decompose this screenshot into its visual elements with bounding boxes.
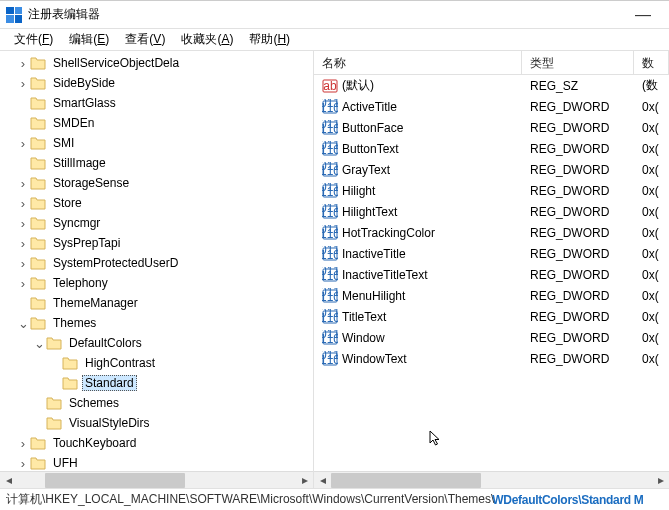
tree-node[interactable]: HighContrast xyxy=(0,353,313,373)
col-header-name[interactable]: 名称 xyxy=(314,51,522,74)
chevron-right-icon[interactable]: › xyxy=(16,136,30,150)
tree-label[interactable]: SmartGlass xyxy=(50,95,119,111)
tree-view[interactable]: ›ShellServiceObjectDela›SideBySideSmartG… xyxy=(0,51,313,471)
tree-node[interactable]: ›UFH xyxy=(0,453,313,471)
chevron-down-icon[interactable]: ⌄ xyxy=(32,336,46,350)
tree-label[interactable]: SysPrepTapi xyxy=(50,235,123,251)
tree-node[interactable]: ThemeManager xyxy=(0,293,313,313)
scroll-thumb[interactable] xyxy=(331,473,481,488)
chevron-right-icon[interactable]: › xyxy=(16,76,30,90)
list-row[interactable]: 011110InactiveTitleTextREG_DWORD0x( xyxy=(314,264,669,285)
tree-node[interactable]: ›SysPrepTapi xyxy=(0,233,313,253)
value-name: HilightText xyxy=(342,205,397,219)
scroll-left-icon[interactable]: ◂ xyxy=(314,472,331,489)
list-row[interactable]: 011110HotTrackingColorREG_DWORD0x( xyxy=(314,222,669,243)
scroll-thumb[interactable] xyxy=(45,473,185,488)
tree-label[interactable]: ShellServiceObjectDela xyxy=(50,55,182,71)
tree-node[interactable]: Standard xyxy=(0,373,313,393)
tree-node[interactable]: ⌄Themes xyxy=(0,313,313,333)
col-header-data[interactable]: 数 xyxy=(634,51,669,74)
tree-label[interactable]: Themes xyxy=(50,315,99,331)
scroll-right-icon[interactable]: ▸ xyxy=(652,472,669,489)
list-row[interactable]: 011110GrayTextREG_DWORD0x( xyxy=(314,159,669,180)
chevron-right-icon[interactable]: › xyxy=(16,276,30,290)
list-row[interactable]: 011110ButtonTextREG_DWORD0x( xyxy=(314,138,669,159)
list-row[interactable]: 011110ActiveTitleREG_DWORD0x( xyxy=(314,96,669,117)
tree-label[interactable]: Schemes xyxy=(66,395,122,411)
chevron-right-icon[interactable]: › xyxy=(16,216,30,230)
tree-hscroll[interactable]: ◂ ▸ xyxy=(0,471,313,488)
chevron-right-icon[interactable]: › xyxy=(16,436,30,450)
menu-A[interactable]: 收藏夹(A) xyxy=(173,29,241,50)
main-area: ›ShellServiceObjectDela›SideBySideSmartG… xyxy=(0,51,669,488)
tree-label[interactable]: VisualStyleDirs xyxy=(66,415,152,431)
folder-icon xyxy=(46,416,62,430)
tree-label[interactable]: StorageSense xyxy=(50,175,132,191)
tree-label[interactable]: HighContrast xyxy=(82,355,158,371)
chevron-right-icon[interactable]: › xyxy=(16,456,30,470)
list-body[interactable]: ab(默认)REG_SZ(数011110ActiveTitleREG_DWORD… xyxy=(314,75,669,471)
tree-node[interactable]: ›StorageSense xyxy=(0,173,313,193)
tree-node[interactable]: StillImage xyxy=(0,153,313,173)
chevron-right-icon[interactable]: › xyxy=(16,56,30,70)
tree-label[interactable]: UFH xyxy=(50,455,81,471)
tree-node[interactable]: ›Syncmgr xyxy=(0,213,313,233)
tree-label[interactable]: TouchKeyboard xyxy=(50,435,139,451)
value-name: MenuHilight xyxy=(342,289,405,303)
tree-label[interactable]: SMDEn xyxy=(50,115,97,131)
chevron-right-icon[interactable]: › xyxy=(16,176,30,190)
tree-label[interactable]: Telephony xyxy=(50,275,111,291)
list-row[interactable]: 011110HilightTextREG_DWORD0x( xyxy=(314,201,669,222)
list-hscroll[interactable]: ◂ ▸ xyxy=(314,471,669,488)
scroll-right-icon[interactable]: ▸ xyxy=(296,472,313,489)
menu-H[interactable]: 帮助(H) xyxy=(241,29,298,50)
tree-label[interactable]: SystemProtectedUserD xyxy=(50,255,181,271)
tree-node[interactable]: SmartGlass xyxy=(0,93,313,113)
list-row[interactable]: 011110ButtonFaceREG_DWORD0x( xyxy=(314,117,669,138)
chevron-down-icon[interactable]: ⌄ xyxy=(16,316,30,330)
tree-node[interactable]: ›SMI xyxy=(0,133,313,153)
tree-label[interactable]: SMI xyxy=(50,135,77,151)
tree-label[interactable]: Syncmgr xyxy=(50,215,103,231)
tree-node[interactable]: VisualStyleDirs xyxy=(0,413,313,433)
scroll-left-icon[interactable]: ◂ xyxy=(0,472,17,489)
value-type: REG_DWORD xyxy=(522,184,634,198)
scroll-track[interactable] xyxy=(331,472,652,489)
tree-node[interactable]: ›SystemProtectedUserD xyxy=(0,253,313,273)
scroll-track[interactable] xyxy=(17,472,296,489)
tree-label[interactable]: Store xyxy=(50,195,85,211)
tree-label[interactable]: DefaultColors xyxy=(66,335,145,351)
tree-node[interactable]: ⌄DefaultColors xyxy=(0,333,313,353)
folder-icon xyxy=(30,216,46,230)
menu-F[interactable]: 文件(F) xyxy=(6,29,61,50)
tree-label[interactable]: SideBySide xyxy=(50,75,118,91)
list-row[interactable]: ab(默认)REG_SZ(数 xyxy=(314,75,669,96)
tree-node[interactable]: ›ShellServiceObjectDela xyxy=(0,53,313,73)
value-data: 0x( xyxy=(634,226,669,240)
chevron-right-icon[interactable]: › xyxy=(16,256,30,270)
menu-V[interactable]: 查看(V) xyxy=(117,29,173,50)
tree-node[interactable]: ›Telephony xyxy=(0,273,313,293)
list-row[interactable]: 011110InactiveTitleREG_DWORD0x( xyxy=(314,243,669,264)
list-row[interactable]: 011110TitleTextREG_DWORD0x( xyxy=(314,306,669,327)
list-row[interactable]: 011110WindowTextREG_DWORD0x( xyxy=(314,348,669,369)
menu-E[interactable]: 编辑(E) xyxy=(61,29,117,50)
col-header-type[interactable]: 类型 xyxy=(522,51,634,74)
tree-node[interactable]: Schemes xyxy=(0,393,313,413)
list-row[interactable]: 011110HilightREG_DWORD0x( xyxy=(314,180,669,201)
binary-value-icon: 011110 xyxy=(322,183,338,199)
chevron-right-icon[interactable]: › xyxy=(16,196,30,210)
binary-value-icon: 011110 xyxy=(322,162,338,178)
list-row[interactable]: 011110WindowREG_DWORD0x( xyxy=(314,327,669,348)
minimize-button[interactable]: — xyxy=(623,6,663,24)
tree-node[interactable]: ›SideBySide xyxy=(0,73,313,93)
chevron-right-icon[interactable]: › xyxy=(16,236,30,250)
tree-node[interactable]: ›TouchKeyboard xyxy=(0,433,313,453)
tree-node[interactable]: SMDEn xyxy=(0,113,313,133)
list-row[interactable]: 011110MenuHilightREG_DWORD0x( xyxy=(314,285,669,306)
tree-node[interactable]: ›Store xyxy=(0,193,313,213)
status-bar: 计算机\HKEY_LOCAL_MACHINE\SOFTWARE\Microsof… xyxy=(0,488,669,510)
tree-label[interactable]: Standard xyxy=(82,375,137,391)
tree-label[interactable]: ThemeManager xyxy=(50,295,141,311)
tree-label[interactable]: StillImage xyxy=(50,155,109,171)
